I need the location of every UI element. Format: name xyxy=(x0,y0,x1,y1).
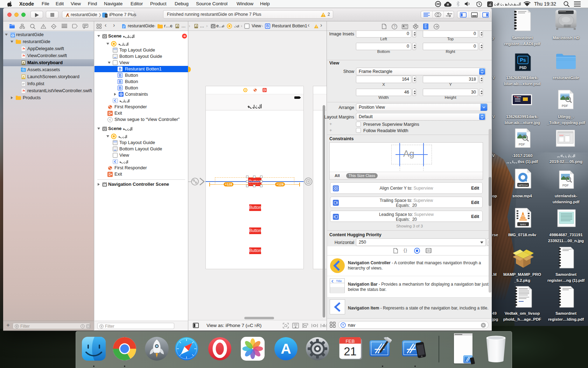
svg-text:B: B xyxy=(119,80,121,84)
svg-text:B: B xyxy=(119,86,121,90)
svg-text:21: 21 xyxy=(344,345,357,358)
svg-text:?: ? xyxy=(393,25,396,29)
svg-text:PSD: PSD xyxy=(519,66,527,70)
svg-text:Ps: Ps xyxy=(520,57,526,63)
svg-text:B: B xyxy=(266,24,269,28)
svg-text:MPEG4: MPEG4 xyxy=(518,184,527,187)
svg-text:B: B xyxy=(119,67,121,71)
svg-text:PDF: PDF xyxy=(519,143,525,146)
svg-text:A: A xyxy=(281,341,291,357)
svg-text:PDF: PDF xyxy=(562,104,568,108)
svg-text:FEB: FEB xyxy=(345,339,355,344)
svg-text:B: B xyxy=(119,73,121,77)
svg-text:PDF: PDF xyxy=(562,184,569,187)
svg-text:M4V: M4V xyxy=(520,223,526,226)
